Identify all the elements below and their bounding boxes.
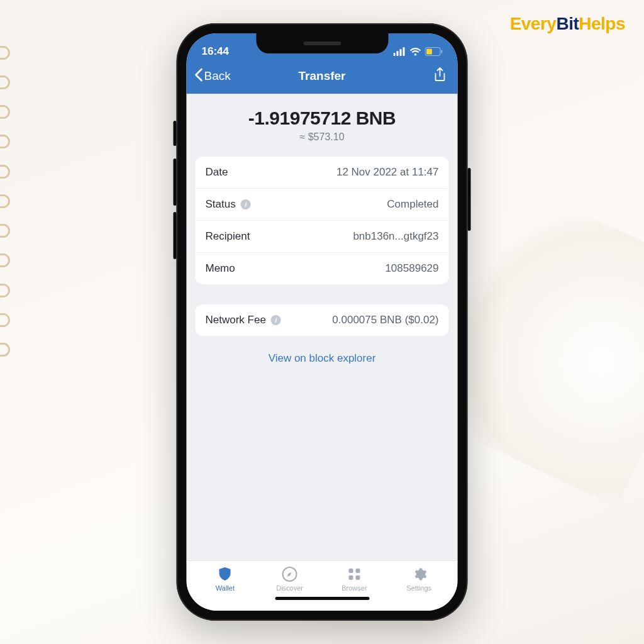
detail-row-recipient: Recipient bnb136n...gtkgf23: [196, 220, 449, 252]
amount-fiat: ≈ $573.10: [196, 131, 449, 143]
phone-notch: [256, 33, 388, 53]
recipient-value: bnb136n...gtkgf23: [353, 230, 438, 243]
date-label: Date: [206, 166, 228, 179]
tab-label: Browser: [341, 584, 367, 592]
memo-value: 108589629: [385, 262, 438, 275]
share-icon: [434, 74, 447, 84]
chevron-left-icon: [194, 68, 203, 85]
svg-rect-1: [397, 51, 399, 56]
block-explorer-link[interactable]: View on block explorer: [269, 352, 376, 364]
tab-label: Wallet: [216, 584, 235, 592]
detail-row-date: Date 12 Nov 2022 at 11:47: [196, 157, 449, 188]
phone-frame: 16:44 Bac: [177, 23, 468, 621]
svg-rect-3: [403, 47, 405, 56]
status-value: Completed: [387, 198, 438, 211]
fee-card: Network Fee i 0.000075 BNB ($0.02): [196, 304, 449, 336]
transfer-amount: -1.91975712 BNB ≈ $573.10: [196, 108, 449, 143]
status-time: 16:44: [202, 45, 229, 58]
shield-icon: [217, 566, 233, 582]
grid-icon: [346, 566, 362, 582]
back-label: Back: [204, 69, 231, 83]
compass-icon: [282, 566, 298, 582]
tab-label: Settings: [406, 584, 431, 592]
watermark-brand: EveryBitHelps: [510, 14, 625, 34]
svg-rect-0: [394, 53, 396, 56]
tab-settings[interactable]: Settings: [387, 566, 452, 592]
tab-wallet[interactable]: Wallet: [193, 566, 258, 592]
recipient-label: Recipient: [206, 230, 250, 243]
share-button[interactable]: [434, 67, 447, 85]
info-icon[interactable]: i: [241, 199, 251, 209]
detail-row-fee: Network Fee i 0.000075 BNB ($0.02): [196, 304, 449, 336]
phone-screen: 16:44 Bac: [187, 33, 458, 611]
background-spiral: [0, 38, 23, 365]
fee-value: 0.000075 BNB ($0.02): [332, 314, 438, 326]
svg-rect-11: [355, 575, 360, 580]
back-button[interactable]: Back: [194, 68, 231, 85]
tab-browser[interactable]: Browser: [322, 566, 387, 592]
details-card: Date 12 Nov 2022 at 11:47 Status i Compl…: [196, 157, 449, 284]
info-icon[interactable]: i: [271, 315, 281, 325]
memo-label: Memo: [206, 262, 235, 275]
signal-icon: [394, 47, 406, 56]
amount-crypto: -1.91975712 BNB: [196, 108, 449, 129]
svg-rect-9: [355, 569, 360, 573]
content-area: -1.91975712 BNB ≈ $573.10 Date 12 Nov 20…: [187, 94, 458, 560]
svg-rect-2: [400, 49, 402, 56]
gear-icon: [411, 566, 427, 582]
svg-rect-10: [348, 575, 353, 580]
svg-rect-5: [426, 49, 432, 55]
svg-rect-6: [441, 50, 443, 53]
tab-bar: Wallet Discover Browser Settings: [187, 560, 458, 593]
battery-icon: [425, 47, 443, 56]
detail-row-status: Status i Completed: [196, 188, 449, 220]
home-indicator[interactable]: [187, 593, 458, 611]
tab-discover[interactable]: Discover: [257, 566, 322, 592]
fee-label: Network Fee: [206, 314, 266, 326]
tab-label: Discover: [276, 584, 303, 592]
status-label: Status: [206, 198, 236, 211]
wifi-icon: [410, 47, 421, 56]
date-value: 12 Nov 2022 at 11:47: [336, 166, 439, 179]
page-title: Transfer: [299, 69, 346, 83]
svg-rect-8: [348, 569, 353, 573]
detail-row-memo: Memo 108589629: [196, 252, 449, 284]
